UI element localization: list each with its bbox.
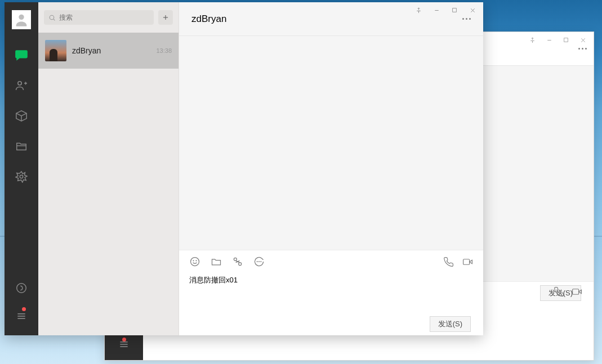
message-composer: 发送(S) bbox=[179, 250, 483, 335]
svg-point-28 bbox=[196, 260, 197, 261]
pin-button[interactable] bbox=[410, 3, 427, 17]
video-call-icon[interactable] bbox=[462, 256, 473, 267]
more-icon[interactable] bbox=[462, 18, 471, 20]
notification-dot bbox=[22, 307, 26, 311]
svg-point-13 bbox=[18, 82, 21, 85]
chat-tab-icon[interactable] bbox=[14, 47, 29, 63]
conversation-list: zdBryan 13:38 bbox=[38, 33, 179, 335]
svg-point-35 bbox=[261, 262, 261, 262]
maximize-button[interactable] bbox=[446, 3, 463, 17]
voice-call-icon[interactable] bbox=[443, 256, 454, 267]
svg-point-18 bbox=[17, 284, 26, 293]
svg-point-30 bbox=[239, 263, 242, 266]
conversation-avatar bbox=[45, 40, 66, 61]
window-controls bbox=[410, 2, 483, 18]
menu-button[interactable] bbox=[14, 308, 29, 324]
svg-point-12 bbox=[19, 15, 24, 20]
chat-panel: zdBryan bbox=[179, 2, 483, 335]
screenshot-icon[interactable] bbox=[232, 256, 243, 267]
video-call-icon[interactable] bbox=[571, 286, 582, 297]
notification-dot bbox=[122, 338, 126, 341]
svg-point-29 bbox=[234, 258, 237, 260]
voice-call-icon[interactable] bbox=[553, 286, 564, 297]
conversation-time: 13:38 bbox=[156, 47, 172, 54]
chat-title: zdBryan bbox=[191, 14, 226, 25]
user-avatar[interactable] bbox=[12, 10, 31, 29]
search-field[interactable] bbox=[59, 14, 149, 21]
file-icon[interactable] bbox=[211, 256, 222, 267]
music-icon[interactable] bbox=[14, 280, 29, 296]
main-chat-window: zdBryan 13:38 zdBryan bbox=[5, 2, 483, 335]
minimize-button[interactable] bbox=[428, 3, 445, 17]
emoji-icon[interactable] bbox=[189, 256, 200, 267]
svg-point-17 bbox=[20, 175, 23, 178]
svg-rect-9 bbox=[453, 8, 457, 12]
svg-point-34 bbox=[259, 262, 260, 262]
search-icon bbox=[48, 14, 56, 21]
contacts-tab-icon[interactable] bbox=[14, 78, 29, 93]
svg-point-22 bbox=[50, 15, 54, 20]
svg-point-27 bbox=[193, 260, 194, 261]
conversation-name: zdBryan bbox=[72, 46, 150, 55]
more-icon[interactable] bbox=[578, 48, 587, 50]
search-input[interactable] bbox=[44, 10, 154, 25]
svg-rect-7 bbox=[572, 289, 578, 294]
send-button[interactable]: 发送(S) bbox=[430, 316, 471, 332]
message-area[interactable] bbox=[179, 36, 483, 250]
svg-point-26 bbox=[191, 258, 199, 266]
miniprogram-tab-icon[interactable] bbox=[14, 169, 29, 185]
close-button[interactable] bbox=[464, 3, 481, 17]
files-tab-icon[interactable] bbox=[14, 138, 29, 154]
conversation-list-panel: zdBryan 13:38 bbox=[38, 2, 179, 335]
conversation-item[interactable]: zdBryan 13:38 bbox=[38, 33, 179, 69]
menu-button[interactable] bbox=[118, 339, 130, 352]
message-input[interactable] bbox=[189, 275, 473, 309]
svg-line-23 bbox=[53, 19, 55, 20]
collect-tab-icon[interactable] bbox=[14, 108, 29, 124]
svg-rect-36 bbox=[463, 259, 469, 264]
new-chat-button[interactable] bbox=[158, 10, 173, 25]
main-sidebar bbox=[5, 2, 38, 335]
svg-point-33 bbox=[257, 262, 257, 262]
chat-history-icon[interactable] bbox=[253, 256, 265, 267]
